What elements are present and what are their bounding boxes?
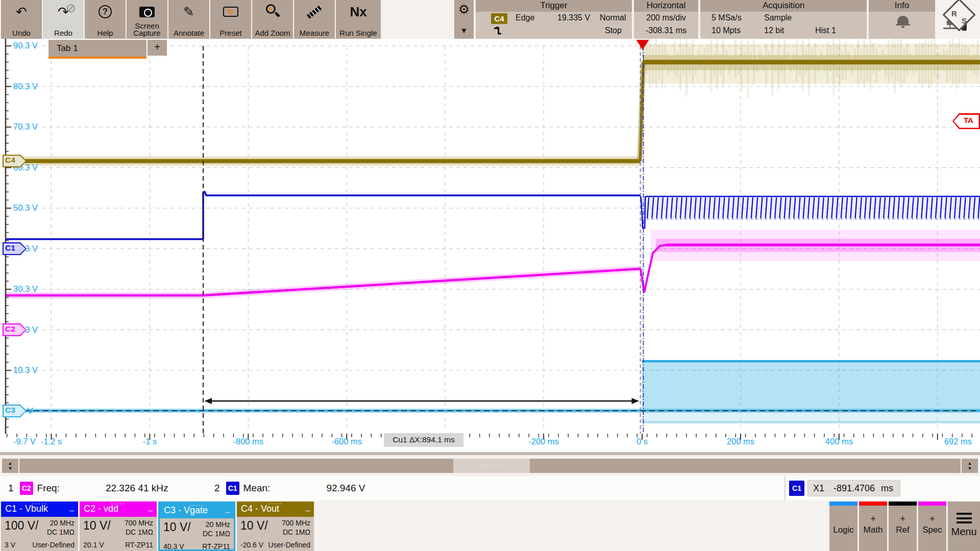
info-section[interactable]: Info <box>869 0 935 39</box>
cursor-x1-readout[interactable]: C1 X1 -891.4706 ms <box>789 480 900 496</box>
preset-icon: ↻ <box>223 3 238 20</box>
nx-run-icon: ⌃Nx <box>350 3 366 20</box>
t-axis-label: -200 ms <box>528 437 559 446</box>
v-axis-label: 50.3 V <box>13 203 38 213</box>
ref-color-bar <box>889 502 917 506</box>
redo-button[interactable]: ↷⊘ Redo <box>43 0 84 39</box>
channel-coupling: DC 1MΩ <box>126 528 153 536</box>
measurement-value: 22.326 41 kHz <box>106 483 168 494</box>
preset-label: Preset <box>219 29 241 37</box>
minimize-icon[interactable]: _ <box>149 503 153 511</box>
scroll-down-icon: ▼ <box>968 466 972 471</box>
channel-box-c3-selected[interactable]: C3 - Vgate ····· _ 10 V/ 20 MHz DC 1MΩ 4… <box>158 502 235 551</box>
screen-capture-button[interactable]: Screen Capture <box>127 0 167 39</box>
x1-value-box[interactable]: X1 -891.4706 ms <box>807 480 900 496</box>
channel-offset: 40.3 V <box>163 542 184 550</box>
settings-column[interactable]: ⚙ ▼ <box>454 0 474 39</box>
add-tab-button[interactable]: + <box>148 40 167 56</box>
math-label: Math <box>859 525 887 535</box>
minimize-icon[interactable]: _ <box>306 503 310 511</box>
channel-probe: RT-ZP11 <box>202 542 230 550</box>
drag-handle-dots[interactable]: ····· <box>189 501 204 509</box>
cursor-delta-label[interactable]: Cu1 ΔX:894.1 ms <box>384 433 463 447</box>
trigger-section-title: Trigger <box>476 0 632 12</box>
acquisition-mode: Sample <box>764 13 792 22</box>
scroll-down-icon: ▼ <box>8 466 13 471</box>
channel-scale: 10 V/ <box>83 519 111 533</box>
acquisition-section[interactable]: Acquisition 5 MSa/s Sample 10 Mpts 12 bi… <box>700 0 867 39</box>
c1-badge: C1 <box>789 481 804 496</box>
logo-letter-s: S <box>962 16 967 25</box>
drag-handle-dots[interactable]: ····· <box>268 499 283 507</box>
spec-label: Spec <box>918 525 946 535</box>
add-math-button[interactable]: + Math <box>859 502 887 551</box>
horizontal-section[interactable]: Horizontal 200 ms/div -308.31 ms <box>634 0 698 39</box>
divider <box>785 476 786 500</box>
channel-box-c4[interactable]: C4 - Vout ····· _ 10 V/ 700 MHz DC 1MΩ -… <box>237 502 314 551</box>
x1-label: X1 <box>813 483 824 494</box>
t-axis-label: -800 ms <box>233 437 264 446</box>
measure-button[interactable]: Measure <box>294 0 335 39</box>
scrollbar-handle[interactable]: ····· <box>453 459 530 473</box>
drag-handle-dots[interactable]: ····· <box>32 499 47 507</box>
run-single-button[interactable]: ⌃Nx Run Single <box>336 0 381 39</box>
minimize-icon[interactable]: _ <box>226 504 230 513</box>
add-ref-button[interactable]: + Ref <box>889 502 917 551</box>
measurement-label: Mean: <box>243 483 271 494</box>
waveform-display[interactable]: Tab 1 + 90.3 V80.3 V70.3 V60.3 V50.3 V40… <box>0 39 980 452</box>
channel-scale: 10 V/ <box>240 519 268 533</box>
channel-box-c1[interactable]: C1 - Vbulk ····· _ 100 V/ 20 MHz DC 1MΩ … <box>1 502 78 551</box>
t-axis-label: 692 ms <box>944 437 972 446</box>
channel-coupling: DC 1MΩ <box>47 528 75 536</box>
channel-box-c2[interactable]: C2 - vdd ····· _ 10 V/ 700 MHz DC 1MΩ 20… <box>80 502 157 551</box>
history-indicator: Hist 1 <box>815 26 836 35</box>
info-section-title: Info <box>869 0 935 12</box>
tab-diagram1[interactable]: Tab 1 <box>48 40 146 59</box>
toolbar: ↶ Undo ↷⊘ Redo ? Help Screen Capture ✎ A… <box>0 0 980 39</box>
scroll-up-icon: ▲ <box>968 461 972 466</box>
scroll-left-buttons[interactable]: ▲ ▼ <box>2 459 18 473</box>
annotate-button[interactable]: ✎ Annotate <box>168 0 209 39</box>
waveform-canvas <box>0 39 980 452</box>
measurement-index: 1 <box>8 483 14 494</box>
t-axis-label: -1 s <box>143 437 157 446</box>
ref-label: Ref <box>889 525 917 535</box>
t-axis-label: -1.2 s <box>41 437 62 446</box>
undo-button[interactable]: ↶ Undo <box>1 0 42 39</box>
scrollbar-track[interactable]: ····· <box>19 459 961 473</box>
t-axis-label: 200 ms <box>727 437 754 446</box>
preset-button[interactable]: ↻ Preset <box>210 0 251 39</box>
measurement-2[interactable]: 2 C1 Mean: 92.946 V <box>214 476 365 500</box>
help-button[interactable]: ? Help <box>85 0 126 39</box>
horizontal-scrollbar: ▲ ▼ ····· ▲ ▼ <box>0 452 980 474</box>
scroll-up-icon: ▲ <box>8 461 13 466</box>
channel-bandwidth: 20 MHz <box>206 520 230 529</box>
channel-probe: User-Defined <box>33 541 75 549</box>
measurement-1[interactable]: 1 C2 Freq: 22.326 41 kHz <box>8 476 168 500</box>
drag-handle-dots[interactable]: ····· <box>111 499 126 507</box>
add-zoom-button[interactable]: + Add Zoom <box>252 0 293 39</box>
v-axis-label: 70.3 V <box>13 122 38 132</box>
redo-icon: ↷⊘ <box>58 3 69 20</box>
undo-icon: ↶ <box>16 3 27 20</box>
help-icon: ? <box>99 3 112 20</box>
minimize-icon[interactable]: _ <box>70 503 74 511</box>
x1-value: -891.4706 <box>834 483 875 494</box>
menu-button[interactable]: Menu <box>948 502 980 551</box>
screen-capture-label: Screen Capture <box>128 22 166 37</box>
scroll-right-buttons[interactable]: ▲ ▼ <box>962 459 978 473</box>
logic-button[interactable]: Logic <box>829 502 857 551</box>
add-spec-button[interactable]: + Spec <box>918 502 946 551</box>
edge-slope-icon <box>494 27 502 36</box>
channel-scale: 100 V/ <box>5 519 39 533</box>
spec-color-bar <box>918 502 946 506</box>
trigger-section[interactable]: Trigger C4 Edge 19.335 V Normal Stop <box>476 0 632 39</box>
math-color-bar <box>859 502 887 506</box>
channel-bandwidth: 700 MHz <box>282 519 310 527</box>
channel-offset: 20.1 V <box>83 541 104 549</box>
logo-letter-r: R <box>951 9 957 18</box>
channel-scale: 10 V/ <box>163 520 191 534</box>
menu-label: Menu <box>948 526 980 538</box>
oscilloscope-app: ↶ Undo ↷⊘ Redo ? Help Screen Capture ✎ A… <box>0 0 980 551</box>
measurement-results-bar: 1 C2 Freq: 22.326 41 kHz 2 C1 Mean: 92.9… <box>0 476 980 500</box>
